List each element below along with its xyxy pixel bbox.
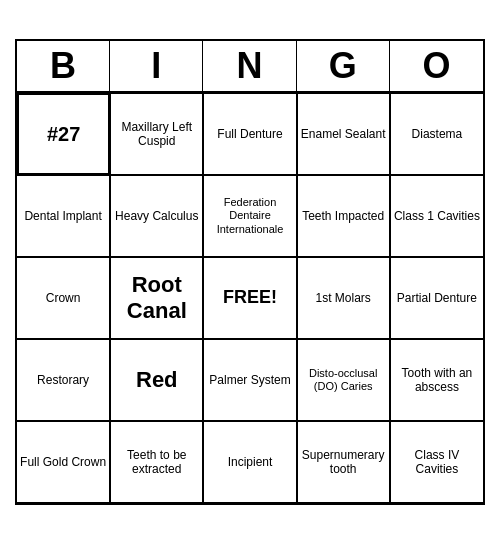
bingo-cell: Teeth to be extracted <box>110 421 203 503</box>
bingo-cell: Tooth with an abscess <box>390 339 483 421</box>
bingo-cell: Crown <box>17 257 110 339</box>
header-letter: O <box>390 41 483 91</box>
bingo-cell: Disto-occlusal (DO) Caries <box>297 339 390 421</box>
bingo-cell: Red <box>110 339 203 421</box>
bingo-cell: Diastema <box>390 93 483 175</box>
bingo-cell: 1st Molars <box>297 257 390 339</box>
bingo-cell: Class IV Cavities <box>390 421 483 503</box>
bingo-cell: Full Denture <box>203 93 296 175</box>
bingo-cell: Restorary <box>17 339 110 421</box>
header-letter: B <box>17 41 110 91</box>
header-letter: I <box>110 41 203 91</box>
bingo-cell: #27 <box>17 93 110 175</box>
header-letter: N <box>203 41 296 91</box>
bingo-cell: Dental Implant <box>17 175 110 257</box>
bingo-cell: Heavy Calculus <box>110 175 203 257</box>
bingo-card: BINGO #27Maxillary Left CuspidFull Dentu… <box>15 39 485 505</box>
bingo-cell: Class 1 Cavities <box>390 175 483 257</box>
bingo-cell: Maxillary Left Cuspid <box>110 93 203 175</box>
bingo-cell: Full Gold Crown <box>17 421 110 503</box>
bingo-grid: #27Maxillary Left CuspidFull DentureEnam… <box>17 93 483 503</box>
bingo-cell: Enamel Sealant <box>297 93 390 175</box>
bingo-cell: Partial Denture <box>390 257 483 339</box>
bingo-cell: Federation Dentaire Internationale <box>203 175 296 257</box>
bingo-cell: Incipient <box>203 421 296 503</box>
bingo-cell: Palmer System <box>203 339 296 421</box>
bingo-cell: Supernumerary tooth <box>297 421 390 503</box>
bingo-cell: Root Canal <box>110 257 203 339</box>
bingo-header: BINGO <box>17 41 483 93</box>
bingo-cell: FREE! <box>203 257 296 339</box>
bingo-cell: Teeth Impacted <box>297 175 390 257</box>
header-letter: G <box>297 41 390 91</box>
